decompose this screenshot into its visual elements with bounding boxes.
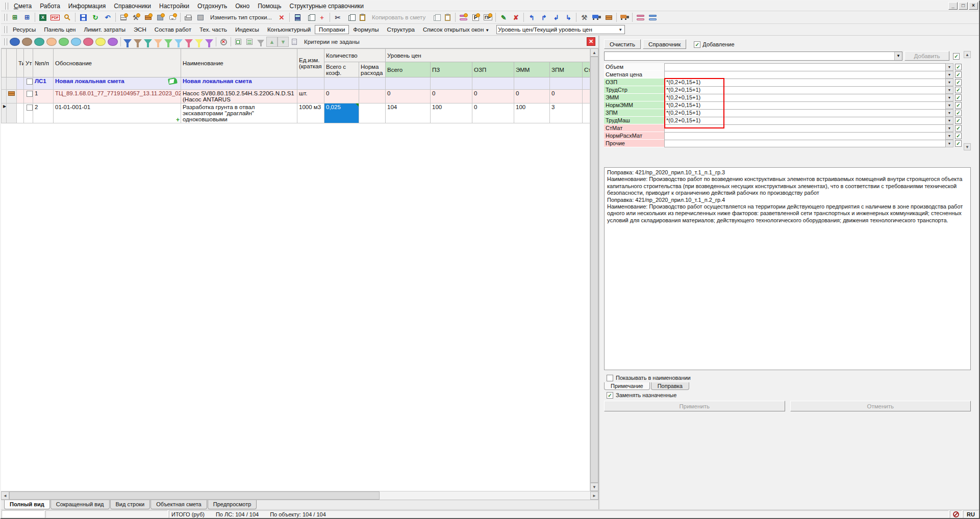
view-tab[interactable]: Вид строки (110, 500, 150, 509)
criteria-doc-icon[interactable] (289, 37, 300, 47)
panel-tab-7[interactable]: Индексы (231, 25, 263, 34)
chevron-down-icon[interactable]: ▼ (946, 71, 953, 79)
panel-tab-9[interactable]: Поправки (315, 25, 349, 34)
chevron-down-icon[interactable]: ▼ (946, 124, 953, 132)
chevron-down-icon[interactable]: ▼ (946, 117, 953, 124)
note-tab[interactable]: Поправка (651, 382, 689, 390)
color-marker-icon[interactable] (46, 38, 57, 46)
view-tab[interactable]: Объектная смета (150, 500, 207, 509)
chevron-down-icon[interactable]: ▼ (946, 132, 953, 140)
edit-row-icon[interactable]: ✎ (497, 12, 510, 23)
panel-tab-5[interactable]: Состав работ (150, 25, 195, 34)
add-resource-icon[interactable] (117, 12, 130, 23)
cell-name[interactable]: Новая локальная смета (181, 77, 297, 90)
paste-to-estimate-icon[interactable] (441, 12, 454, 23)
parameter-checkbox[interactable]: ✓ (955, 64, 962, 70)
cell-num[interactable]: 1 (33, 90, 54, 103)
parameter-checkbox[interactable]: ✓ (955, 110, 962, 116)
parameter-checkbox[interactable]: ✓ (955, 140, 962, 147)
chevron-down-icon[interactable]: ▼ (946, 63, 953, 71)
chevron-down-icon[interactable]: ▼ (946, 140, 953, 147)
panel-tab-10[interactable]: Формулы (349, 25, 383, 34)
scroll-up-icon[interactable]: ▲ (964, 51, 971, 58)
parameter-value-field[interactable] (664, 63, 946, 71)
price-p-icon[interactable]: P (469, 12, 482, 23)
menu-item[interactable]: Помощь (254, 2, 285, 11)
machine-icon[interactable] (590, 12, 602, 23)
level-up-icon[interactable]: ↰ (525, 12, 538, 23)
row-checkbox[interactable] (27, 91, 33, 97)
menu-item[interactable]: Работа (36, 2, 64, 11)
panel-tab-8[interactable]: Конъюнктурный (263, 25, 315, 34)
chevron-down-icon[interactable]: ▼ (617, 28, 623, 32)
cell-basis[interactable]: ТЦ_89.1.68.01_77_7719104957_13.11.2023_0… (54, 90, 181, 103)
selected-cell[interactable]: 0,025 (324, 103, 359, 123)
menu-item[interactable]: Структурные справочники (285, 2, 368, 11)
replace-assigned-checkbox[interactable]: ✓ (607, 392, 613, 399)
add-comment-icon[interactable] (166, 12, 179, 23)
panel-tab-3[interactable]: Лимит. затраты (80, 25, 129, 34)
clear-filter-icon[interactable]: ✕ (218, 37, 229, 47)
menu-item[interactable]: Справочники (110, 2, 155, 11)
show-in-name-checkbox[interactable]: ✓ (607, 375, 613, 381)
parameter-checkbox[interactable]: ✓ (955, 94, 962, 101)
work-icon[interactable]: ⚒ (578, 12, 590, 23)
panel-tab-12[interactable]: Список открытых окон▼ (419, 25, 493, 34)
price-pr-icon[interactable]: ПР (482, 12, 494, 23)
calculator-icon[interactable] (291, 12, 304, 23)
chevron-down-icon[interactable]: ▼ (946, 101, 953, 109)
resource-book-icon[interactable] (457, 12, 469, 23)
parameter-value-field[interactable] (664, 124, 946, 132)
color-marker-icon[interactable] (22, 38, 32, 46)
panel-tab-1[interactable]: Ресурсы (9, 25, 40, 34)
menu-item[interactable]: Окно (231, 2, 254, 11)
color-marker-icon[interactable] (59, 38, 69, 46)
excel-export-icon[interactable]: X (37, 12, 49, 23)
row-checkbox[interactable] (27, 105, 33, 111)
criteria-list-alt-icon[interactable] (244, 37, 255, 47)
parameter-value-field[interactable] (664, 132, 946, 140)
parameter-value-field[interactable]: *(0,2+0,15+1) (664, 86, 946, 94)
price-book-blue-icon[interactable] (646, 12, 659, 23)
parameter-checkbox[interactable]: ✓ (955, 79, 962, 86)
parameter-checkbox[interactable]: ✓ (955, 87, 962, 93)
color-marker-icon[interactable] (95, 38, 106, 46)
chevron-down-icon[interactable]: ▼ (894, 52, 902, 60)
level-down-icon[interactable]: ↱ (538, 12, 550, 23)
insert-level-icon[interactable]: ⊞ (21, 12, 33, 23)
add-equipment-icon[interactable] (154, 12, 166, 23)
chevron-down-icon[interactable]: ▼ (946, 79, 953, 86)
reference-button[interactable]: Справочник (643, 39, 686, 49)
undo-icon[interactable]: ↶ (102, 12, 114, 23)
parameter-checkbox[interactable]: ✓ (955, 125, 962, 132)
color-filter-icon[interactable] (185, 39, 193, 44)
toolbar-grip[interactable] (4, 26, 7, 33)
color-marker-icon[interactable] (71, 38, 81, 46)
parameter-value-field[interactable]: *(0,2+0,15+1) (664, 117, 946, 124)
parameter-value-field[interactable]: *(0,2+0,15+1) (664, 101, 946, 109)
color-filter-icon[interactable] (123, 39, 132, 44)
clear-button[interactable]: Очистить (604, 39, 641, 49)
chevron-down-icon[interactable]: ▼ (946, 86, 953, 94)
parameter-value-field[interactable]: *(0,2+0,15+1) (664, 94, 946, 101)
move-down-icon[interactable]: ↳ (562, 12, 574, 23)
panel-tab-6[interactable]: Тех. часть (195, 25, 231, 34)
copy-to-estimate-icon[interactable] (429, 12, 441, 23)
copy-to-estimate-button[interactable]: Копировать в смету (368, 12, 429, 23)
change-row-type-button[interactable]: Изменить тип строки... (207, 12, 275, 23)
parameters-scrollbar[interactable]: ▲ ▼ (964, 51, 971, 150)
color-filter-icon[interactable] (174, 39, 183, 44)
panel-tab-4[interactable]: ЭСН (130, 25, 150, 34)
copy-document-icon[interactable] (304, 12, 316, 23)
parameter-value-field[interactable]: *(0,2+0,15+1) (664, 79, 946, 86)
price-level-combobox[interactable]: Уровень цен/Текущий уровень цен ▼ (496, 25, 625, 34)
print-icon[interactable] (182, 12, 194, 23)
parameter-checkbox[interactable]: ✓ (955, 117, 962, 124)
close-filter-icon[interactable]: ✕ (587, 37, 595, 46)
parameter-checkbox[interactable]: ✓ (955, 71, 962, 78)
cell-num[interactable]: ЛС1 (33, 77, 54, 90)
cancel-button[interactable]: Отменить (790, 401, 971, 411)
refresh-icon[interactable]: ↻ (89, 12, 102, 23)
correction-combobox[interactable]: ▼ (604, 51, 902, 61)
cut-icon[interactable]: ✂ (332, 12, 344, 23)
